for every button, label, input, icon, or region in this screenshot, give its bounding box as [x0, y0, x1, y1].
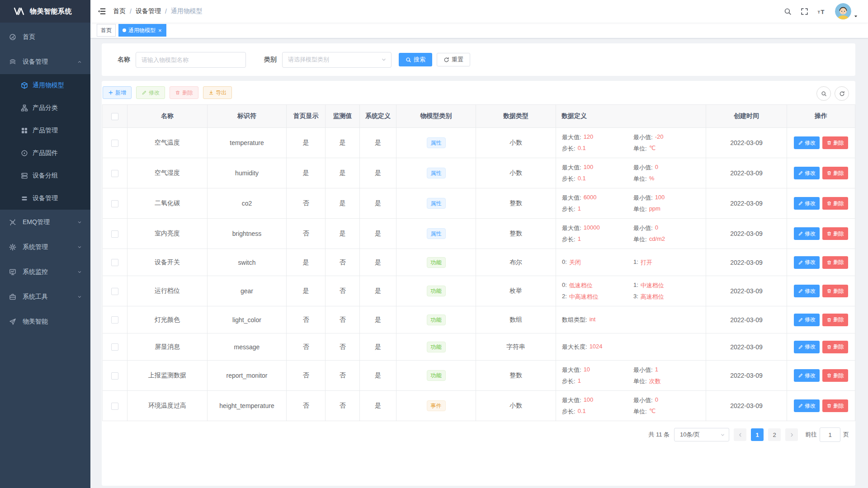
row-checkbox[interactable]	[111, 170, 118, 177]
show-search-icon[interactable]	[816, 86, 831, 101]
cell-category: 功能	[396, 361, 476, 391]
category-tag: 功能	[427, 314, 446, 325]
sidebar-item-system-mgmt[interactable]: 系统管理	[0, 235, 90, 259]
caret-down-icon	[854, 14, 858, 19]
breadcrumb-item[interactable]: 首页	[113, 7, 126, 15]
row-edit-button[interactable]: 修改	[794, 167, 820, 179]
cell-name: 空气温度	[127, 128, 208, 158]
row-checkbox[interactable]	[111, 372, 118, 380]
reset-button[interactable]: 重置	[437, 53, 470, 66]
row-checkbox[interactable]	[111, 316, 118, 324]
cell-category: 属性	[396, 158, 476, 188]
data-def-value: 中速档位	[641, 282, 664, 290]
row-delete-button[interactable]: 删除	[822, 197, 848, 210]
row-delete-button[interactable]: 删除	[822, 399, 848, 412]
row-checkbox[interactable]	[111, 288, 118, 295]
user-menu[interactable]	[835, 3, 858, 19]
sidebar-item-product-mgmt[interactable]: 产品管理	[0, 119, 90, 142]
avatar[interactable]	[835, 3, 851, 19]
row-edit-button[interactable]: 修改	[794, 314, 820, 326]
sidebar-item-device-mgmt[interactable]: 设备管理	[0, 49, 90, 74]
search-icon[interactable]	[784, 8, 792, 15]
cell-monitor-value: 是	[326, 128, 360, 158]
page-size-select[interactable]: 10条/页	[674, 428, 729, 441]
row-delete-button[interactable]: 删除	[822, 227, 848, 240]
next-page-button[interactable]	[785, 428, 798, 441]
main-area: 首页/设备管理/通用物模型 TT	[90, 0, 868, 488]
row-edit-button[interactable]: 修改	[794, 227, 820, 240]
name-filter-input[interactable]	[136, 52, 246, 68]
row-delete-button[interactable]: 删除	[822, 256, 848, 269]
sidebar-item-label: 首页	[23, 33, 35, 41]
table-header-checkbox-cell	[103, 105, 127, 128]
sidebar-item-system-tools[interactable]: 系统工具	[0, 284, 90, 309]
row-delete-button[interactable]: 删除	[822, 136, 848, 149]
row-edit-button[interactable]: 修改	[794, 399, 820, 412]
row-edit-button[interactable]: 修改	[794, 341, 820, 353]
table-row: 上报监测数据report_monitor否否是功能整数最大值:10最小值:1步长…	[103, 361, 855, 391]
fullscreen-icon[interactable]	[801, 8, 808, 15]
row-edit-button[interactable]: 修改	[794, 256, 820, 269]
cell-created-time: 2022-03-09	[706, 276, 787, 306]
hamburger-icon[interactable]	[98, 7, 106, 15]
caret-down-icon	[77, 269, 82, 275]
caret-down-icon	[77, 244, 82, 250]
row-checkbox[interactable]	[111, 230, 118, 238]
breadcrumb-item[interactable]: 设备管理	[136, 7, 161, 15]
add-button[interactable]: 新增	[103, 86, 132, 99]
table-header-row: 名称标识符首页显示监测值系统定义物模型类别数据类型数据定义创建时间操作	[103, 105, 855, 128]
goto-page-input[interactable]	[820, 427, 840, 442]
row-delete-button[interactable]: 删除	[822, 167, 848, 179]
sidebar-item-home[interactable]: 首页	[0, 24, 90, 49]
sidebar-item-emq-mgmt[interactable]: EMQ管理	[0, 210, 90, 235]
sidebar-item-system-monitor[interactable]: 系统监控	[0, 259, 90, 284]
row-edit-button[interactable]: 修改	[794, 136, 820, 149]
row-checkbox[interactable]	[111, 140, 118, 147]
export-button[interactable]: 导出	[203, 86, 232, 99]
page-button[interactable]: 1	[751, 428, 764, 441]
data-def-value: 关闭	[569, 258, 581, 267]
sidebar-item-wumei-smart[interactable]: 物美智能	[0, 309, 90, 334]
row-edit-button[interactable]: 修改	[794, 197, 820, 210]
table-row: 灯光颜色light_color否否是功能数组数组类型:int2022-03-09…	[103, 306, 855, 333]
data-def-value: 0	[655, 224, 658, 232]
row-delete-button[interactable]: 删除	[822, 341, 848, 353]
search-button[interactable]: 搜索	[399, 53, 432, 66]
sidebar-item-product-firmware[interactable]: 产品固件	[0, 142, 90, 164]
row-delete-button[interactable]: 删除	[822, 314, 848, 326]
tab-thing-model[interactable]: 通用物模型 ×	[118, 24, 166, 37]
select-all-checkbox[interactable]	[111, 113, 118, 120]
page-button[interactable]: 2	[768, 428, 781, 441]
row-checkbox[interactable]	[111, 259, 118, 266]
data-def-item: 最大值:10	[562, 366, 590, 374]
edit-button[interactable]: 修改	[136, 86, 165, 99]
sidebar-item-label: 系统工具	[23, 293, 48, 301]
refresh-icon[interactable]	[835, 86, 849, 101]
row-delete-button[interactable]: 删除	[822, 369, 848, 382]
data-def-label: 步长:	[562, 235, 576, 244]
sidebar-item-thing-model[interactable]: 通用物模型	[0, 74, 90, 97]
tab-home[interactable]: 首页	[97, 24, 116, 37]
cell-system-defined: 是	[360, 158, 396, 188]
row-checkbox[interactable]	[111, 403, 118, 410]
data-def-item: 最小值:100	[633, 194, 665, 202]
row-checkbox[interactable]	[111, 200, 118, 207]
row-edit-button[interactable]: 修改	[794, 369, 820, 382]
row-edit-button[interactable]: 修改	[794, 285, 820, 297]
row-delete-button[interactable]: 删除	[822, 285, 848, 297]
prev-page-button[interactable]	[734, 428, 746, 441]
font-size-icon[interactable]: TT	[817, 8, 826, 15]
sidebar-item-device-list[interactable]: 设备管理	[0, 187, 90, 210]
sidebar-item-product-category[interactable]: 产品分类	[0, 97, 90, 119]
cell-created-time: 2022-03-09	[706, 306, 787, 333]
cell-created-time: 2022-03-09	[706, 361, 787, 391]
pagination: 共 11 条 10条/页 12 前往	[102, 427, 849, 442]
data-def-item: 1:中速档位	[633, 282, 664, 290]
category-select[interactable]: 请选择模型类别	[282, 52, 392, 68]
row-checkbox[interactable]	[111, 343, 118, 351]
close-icon[interactable]: ×	[158, 28, 162, 33]
cell-data-definition: 最大值:6000最小值:100步长:1单位:ppm	[556, 188, 706, 219]
category-tag: 属性	[427, 168, 446, 178]
delete-button[interactable]: 删除	[170, 86, 198, 99]
sidebar-item-device-group[interactable]: 设备分组	[0, 164, 90, 187]
